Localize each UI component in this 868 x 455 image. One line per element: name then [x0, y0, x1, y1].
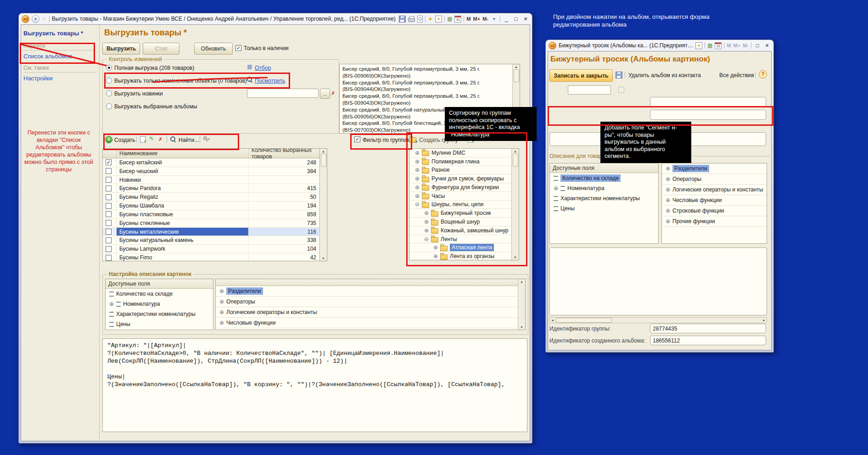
radio-selected-albums[interactable]	[106, 103, 112, 109]
album-id-field[interactable]: 186556112	[650, 336, 766, 345]
calendar-icon[interactable]: 31	[454, 16, 461, 22]
table-row[interactable]: Бусины Regaliz50	[103, 193, 319, 202]
row-checkbox[interactable]	[106, 211, 112, 217]
scale-m-button[interactable]: M	[466, 16, 470, 22]
expand-icon[interactable]: ⊕	[666, 176, 670, 182]
scroll-right-icon[interactable]: ►	[762, 319, 766, 322]
row-checkbox[interactable]	[106, 194, 112, 200]
novelty-clear-icon[interactable]: ✗	[331, 90, 335, 96]
table-row[interactable]: Бусины Fimo42	[103, 253, 319, 261]
expand-icon[interactable]: ⊕	[219, 298, 224, 305]
available-fields-panel[interactable]: Доступные поля Количество на складе⊕Номе…	[105, 279, 213, 330]
list-item[interactable]: ⊕Номенклатура	[106, 299, 213, 309]
row-checkbox[interactable]	[106, 237, 112, 243]
window-menu-button[interactable]: ▼	[32, 15, 39, 23]
table-row[interactable]: Бусины стеклянные735	[103, 219, 319, 228]
row-checkbox[interactable]	[106, 159, 112, 165]
row-checkbox[interactable]	[106, 220, 112, 226]
list-item[interactable]: ⊕Прочие функции	[662, 216, 767, 227]
table-row[interactable]: Бусины натуральный камень338	[103, 236, 319, 245]
row-checkbox[interactable]	[106, 168, 112, 174]
scale-m-minus-button[interactable]: M-	[743, 43, 749, 48]
row-checkbox-cell[interactable]	[103, 158, 117, 167]
favorites-star-icon[interactable]: ☆	[42, 16, 47, 22]
list-item[interactable]: Характеристики номенклатуры	[106, 309, 213, 319]
album-template-editor[interactable]	[549, 247, 767, 315]
table-row[interactable]: Бусины Lampwork104	[103, 245, 319, 253]
novelty-choose-button[interactable]: ...	[320, 89, 330, 99]
row-checkbox-cell[interactable]	[103, 210, 117, 219]
list-item[interactable]: ⊕Строковые функции	[662, 206, 767, 216]
expand-icon[interactable]: ⊕	[666, 165, 670, 172]
delete-album-button[interactable]: Удалить альбом из контакта	[628, 72, 701, 79]
list-item[interactable]: Характеристики номенклатуры	[550, 193, 658, 203]
scale-m-plus-button[interactable]: M+	[473, 16, 481, 22]
scroll-thumb[interactable]	[556, 318, 612, 323]
print-preview-icon[interactable]	[417, 16, 423, 22]
sidebar-item-settings[interactable]: Настройки	[23, 75, 53, 82]
minimize-button[interactable]: _	[503, 15, 510, 22]
list-item[interactable]: ⊕Разделители	[216, 286, 518, 297]
group-id-field[interactable]: 28774435	[650, 324, 766, 333]
expand-icon[interactable]: ⊕	[219, 288, 224, 294]
expand-icon[interactable]: ⊕	[666, 186, 670, 193]
description-template-editor[interactable]: "Артикул: "|[Артикул]| ?(КоличествоНаСкл…	[102, 338, 527, 432]
album-hscrollbar[interactable]: ◄►	[549, 317, 767, 323]
main-titlebar[interactable]: 1С ▼ ☆ Выгрузить товары - Магазин Бижуте…	[19, 13, 532, 24]
expand-icon[interactable]: ⊕	[109, 301, 114, 307]
radio-upload-new[interactable]	[106, 90, 112, 96]
scroll-left-icon[interactable]: ◄	[551, 319, 554, 322]
table-row[interactable]: Бусины пластиковые859	[103, 210, 319, 219]
expand-icon[interactable]: ⊕	[219, 309, 224, 315]
help-icon[interactable]: ?	[759, 70, 767, 79]
list-item[interactable]: ⊕Операторы	[662, 174, 767, 185]
save-icon[interactable]	[616, 72, 622, 79]
novelty-input[interactable]	[247, 89, 319, 98]
all-actions-button[interactable]: Все действия	[719, 72, 754, 79]
functions-scrollbar[interactable]: ▲▼	[518, 279, 525, 330]
scale-m-button[interactable]: M	[727, 43, 731, 48]
functions-panel[interactable]: ⊕Разделители⊕Операторы⊕Логические операт…	[215, 279, 526, 330]
album-functions-panel[interactable]: ⊕Разделители⊕Операторы⊕Логические операт…	[661, 163, 767, 244]
row-checkbox[interactable]	[106, 246, 112, 252]
close-button[interactable]: ×	[763, 42, 771, 49]
expand-icon[interactable]: ⊕	[666, 197, 670, 203]
maximize-button[interactable]: □	[512, 15, 520, 22]
row-checkbox-cell[interactable]	[103, 184, 117, 192]
row-checkbox[interactable]	[106, 203, 112, 209]
goods-table[interactable]: Наименование Количество выбранных товаро…	[102, 148, 327, 261]
scale-m-minus-button[interactable]: M-	[482, 16, 488, 22]
calendar-icon[interactable]: 31	[715, 42, 722, 49]
print-icon[interactable]	[408, 17, 415, 22]
only-new-checkbox[interactable]	[618, 87, 624, 93]
row-checkbox[interactable]	[106, 255, 112, 261]
row-checkbox-cell[interactable]	[103, 176, 117, 184]
upload-button[interactable]: Выгрузить	[102, 43, 140, 55]
calculator-icon[interactable]: ▦	[447, 16, 452, 22]
row-checkbox[interactable]	[106, 229, 112, 235]
list-item[interactable]: ⊕Разделители	[662, 163, 767, 174]
expand-icon[interactable]: ⊕	[666, 208, 670, 214]
row-checkbox-cell[interactable]	[103, 236, 117, 244]
code-field[interactable]	[568, 85, 611, 95]
maximize-button[interactable]: □	[754, 42, 761, 49]
refresh-button[interactable]: Обновить	[194, 43, 233, 55]
list-item[interactable]: Цены	[106, 319, 213, 329]
table-row[interactable]: Бусины металлические116	[103, 228, 319, 236]
expand-icon[interactable]: ⊕	[219, 320, 224, 326]
save-icon[interactable]	[399, 16, 406, 22]
favorites-list-icon[interactable]: ★	[695, 42, 702, 49]
only-in-stock-checkbox[interactable]	[235, 45, 241, 51]
titlebar-more-button[interactable]: ▼	[491, 16, 498, 22]
row-checkbox-cell[interactable]	[103, 253, 117, 261]
list-item[interactable]: ⊕Логические операторы и константы	[662, 185, 767, 195]
list-item[interactable]: ⊕Числовые функции	[216, 318, 518, 328]
goods-table-scrollbar[interactable]: ▲▼	[319, 149, 327, 261]
list-item[interactable]: ⊕Номенклатура	[550, 183, 658, 193]
stop-button[interactable]: Стоп	[143, 43, 179, 55]
table-row[interactable]: Новинки	[103, 176, 319, 185]
list-item[interactable]: ⊕Числовые функции	[662, 195, 767, 206]
list-item[interactable]: Количество на складе	[106, 289, 213, 299]
select-filter-link[interactable]: Отбор	[255, 65, 271, 71]
list-item[interactable]: ⊕Операторы	[216, 297, 518, 307]
